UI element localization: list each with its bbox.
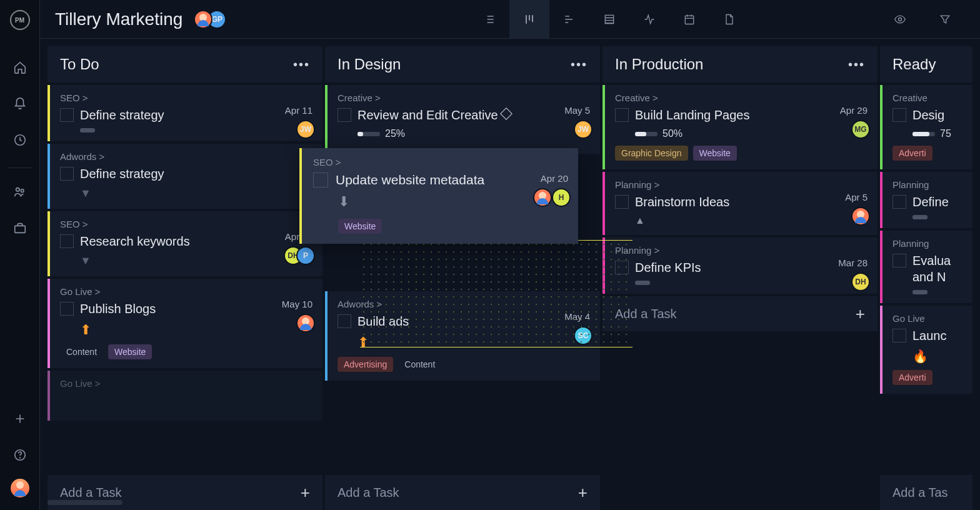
view-gantt-icon[interactable]	[549, 0, 589, 39]
horizontal-scrollbar[interactable]	[48, 500, 980, 505]
task-card[interactable]: Planning > Define KPIs Mar 28 DH	[602, 238, 878, 294]
dragging-task-card[interactable]: SEO > Update website metadata Apr 20 H ⬇…	[299, 148, 578, 244]
view-calendar-icon[interactable]	[669, 0, 709, 39]
nav-user-avatar[interactable]	[11, 479, 29, 498]
task-title: Review and Edit Creative	[358, 107, 590, 123]
task-date: Apr 20	[541, 173, 568, 184]
assignee-avatar[interactable]: JW	[296, 120, 315, 139]
tag[interactable]: Website	[338, 219, 382, 234]
task-card[interactable]: Planning Evalua and N	[880, 231, 972, 303]
task-title: Brainstorm Ideas	[635, 194, 868, 210]
column-header[interactable]: Ready	[880, 46, 972, 82]
assignee-avatar[interactable]	[533, 188, 552, 207]
view-sheet-icon[interactable]	[589, 0, 629, 39]
task-card[interactable]: Go Live >	[48, 371, 322, 421]
milestone-icon	[500, 108, 512, 120]
task-checkbox[interactable]	[615, 195, 629, 209]
task-card[interactable]: Adwords > Define strategy ▼	[48, 144, 322, 209]
priority-low-icon	[912, 215, 928, 219]
tag[interactable]: Website	[108, 344, 152, 359]
tag[interactable]: Website	[693, 146, 737, 161]
tag[interactable]: Content	[398, 357, 441, 372]
left-nav: PM	[0, 0, 40, 510]
project-collaborators[interactable]: GP	[194, 10, 226, 29]
task-checkbox[interactable]	[892, 329, 906, 342]
assignee-avatar[interactable]	[851, 207, 870, 226]
nav-add-icon[interactable]	[8, 406, 32, 431]
view-file-icon[interactable]	[709, 0, 749, 39]
view-activity-icon[interactable]	[629, 0, 669, 39]
task-card[interactable]: Creative Desig 75 Adverti	[880, 85, 972, 169]
task-breadcrumb: Planning >	[615, 245, 868, 256]
priority-low-icon	[912, 290, 928, 294]
view-board-icon[interactable]	[509, 0, 549, 39]
nav-help-icon[interactable]	[8, 442, 32, 468]
column-title: To Do	[60, 56, 293, 73]
view-list-icon[interactable]	[469, 0, 509, 39]
tag[interactable]: Graphic Design	[615, 146, 688, 161]
task-checkbox[interactable]	[60, 234, 74, 248]
column-menu-icon[interactable]: •••	[293, 58, 310, 72]
expand-icon[interactable]: ▼	[80, 187, 91, 200]
task-checkbox[interactable]	[338, 108, 351, 122]
task-breadcrumb: Planning	[892, 238, 962, 249]
tag[interactable]: Content	[60, 344, 103, 359]
task-breadcrumb: Creative	[892, 92, 962, 103]
task-card[interactable]: Creative > Build Landing Pages Apr 29 MG…	[602, 85, 878, 169]
filter-icon[interactable]	[925, 0, 965, 39]
assignee-avatar[interactable]	[296, 314, 315, 332]
app-logo[interactable]: PM	[10, 10, 30, 30]
task-checkbox[interactable]	[892, 108, 906, 122]
task-card[interactable]: Go Live > Publish Blogs May 10 ⬆ Content…	[48, 279, 322, 368]
project-title: Tillery Marketing	[55, 9, 182, 29]
svg-point-8	[899, 18, 902, 21]
task-checkbox[interactable]	[892, 195, 906, 209]
column-menu-icon[interactable]: •••	[571, 58, 588, 72]
nav-recent-icon[interactable]	[8, 128, 32, 152]
task-checkbox[interactable]	[60, 302, 74, 316]
nav-notifications-icon[interactable]	[8, 91, 32, 116]
assignee-avatar[interactable]: DH	[851, 272, 870, 291]
column-header[interactable]: To Do •••	[48, 46, 322, 82]
assignee-avatar[interactable]: H	[552, 188, 571, 207]
add-task-button[interactable]: Add a Task+	[602, 296, 878, 331]
task-checkbox[interactable]	[313, 172, 328, 188]
task-checkbox[interactable]	[60, 108, 74, 122]
progress-indicator: 50%	[635, 128, 682, 139]
tag[interactable]: Advertising	[338, 357, 393, 372]
tag[interactable]: Adverti	[892, 146, 932, 161]
nav-briefcase-icon[interactable]	[8, 216, 32, 241]
task-checkbox[interactable]	[338, 314, 351, 328]
task-checkbox[interactable]	[615, 108, 629, 122]
nav-team-icon[interactable]	[8, 179, 32, 204]
task-checkbox[interactable]	[892, 254, 906, 268]
column-header[interactable]: In Design •••	[325, 46, 600, 82]
column-menu-icon[interactable]: •••	[848, 58, 865, 72]
column-header[interactable]: In Production •••	[602, 46, 878, 82]
view-switcher	[469, 0, 749, 39]
task-card[interactable]: SEO > Define strategy Apr 11 JW	[48, 85, 322, 141]
task-card[interactable]: SEO > Research keywords Apr 13 DHP ▼	[48, 211, 322, 276]
task-checkbox[interactable]	[60, 167, 74, 181]
tag[interactable]: Adverti	[892, 370, 932, 385]
task-breadcrumb: Creative >	[338, 92, 590, 103]
assignee-avatar[interactable]: JW	[574, 120, 592, 139]
nav-home-icon[interactable]	[8, 55, 32, 80]
task-title: Desig	[912, 107, 962, 123]
assignee-avatar[interactable]: P	[296, 246, 315, 265]
task-card[interactable]: Planning Define	[880, 172, 972, 228]
task-title: Research keywords	[80, 233, 312, 249]
task-title: Evalua and N	[912, 252, 962, 285]
task-card[interactable]: Creative > Review and Edit Creative May …	[325, 85, 600, 154]
priority-low-icon	[635, 281, 650, 285]
assignee-avatar[interactable]: MG	[851, 120, 870, 139]
drop-zone-indicator	[360, 240, 632, 348]
column-todo: To Do ••• SEO > Define strategy Apr 11 J…	[48, 46, 322, 510]
task-card[interactable]: Planning > Brainstorm Ideas Apr 5 ▲	[602, 172, 878, 235]
collaborator-avatar[interactable]	[194, 10, 212, 29]
expand-icon[interactable]: ▼	[80, 254, 91, 268]
task-breadcrumb: Go Live >	[60, 378, 312, 389]
task-card[interactable]: Go Live Launc 🔥 Adverti	[880, 306, 972, 394]
visibility-icon[interactable]	[880, 0, 920, 39]
svg-rect-7	[686, 16, 694, 24]
